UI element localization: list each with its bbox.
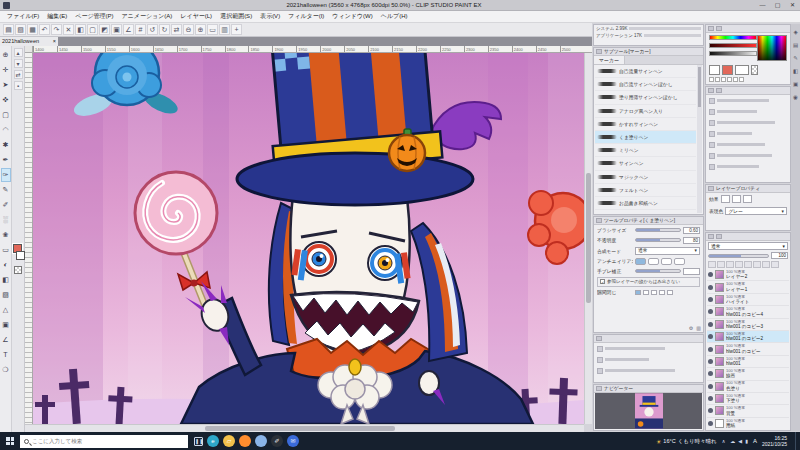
visibility-icon[interactable]	[708, 297, 713, 302]
palette-strip-icon[interactable]: ◉	[792, 93, 799, 102]
red-slider[interactable]	[709, 43, 757, 48]
panel-tab-icon[interactable]	[596, 386, 602, 391]
visibility-icon[interactable]	[708, 272, 713, 277]
panel-tab-icon[interactable]	[596, 336, 602, 341]
undo-icon[interactable]: ↶	[39, 24, 50, 35]
visibility-icon[interactable]	[708, 359, 713, 364]
panel-tab-icon[interactable]	[708, 88, 714, 93]
menu-item[interactable]: 選択範囲(S)	[216, 12, 256, 21]
navigator-preview[interactable]	[595, 393, 702, 429]
panel-tab-icon[interactable]	[596, 218, 602, 223]
tray-icon[interactable]: ▮	[745, 438, 748, 444]
layer-row[interactable]: 100 %通常線画	[707, 368, 789, 380]
menu-item[interactable]: ページ管理(P)	[71, 12, 117, 21]
snap-grid-icon[interactable]: #	[135, 24, 146, 35]
visibility-icon[interactable]	[708, 322, 713, 327]
snap-ruler-icon[interactable]: ∠	[123, 24, 134, 35]
visibility-icon[interactable]	[708, 309, 713, 314]
vertical-scrollbar[interactable]	[584, 53, 592, 424]
selection-border-icon[interactable]: ▣	[111, 24, 122, 35]
ime-indicator[interactable]: A	[753, 438, 757, 444]
panel-tab-icon[interactable]	[708, 26, 714, 31]
balloon-tool[interactable]: ❍	[1, 363, 11, 377]
visibility-icon[interactable]	[708, 285, 713, 290]
rotate-left-icon[interactable]: ↺	[147, 24, 158, 35]
panel-row[interactable]	[594, 365, 703, 376]
wand-tool[interactable]: ✱	[1, 138, 11, 152]
subtool-item[interactable]: フェルトペン	[595, 184, 696, 197]
color-chip[interactable]	[709, 65, 720, 75]
layer-row[interactable]: 100 %通常hlw001	[707, 356, 789, 368]
subtool-item[interactable]: 自己流量サインペン	[595, 65, 696, 78]
visibility-icon[interactable]	[708, 347, 713, 352]
layer-row[interactable]: 100 %通常ハイライト	[707, 294, 789, 306]
menu-item[interactable]: 表示(V)	[256, 12, 284, 21]
stabilize-slider[interactable]	[635, 269, 681, 273]
layer-color-button[interactable]	[743, 195, 752, 203]
canvas[interactable]	[33, 53, 584, 424]
palette-strip-icon[interactable]: ◧	[792, 67, 799, 76]
panel-row[interactable]	[594, 354, 703, 365]
horizontal-scrollbar-thumb[interactable]	[205, 426, 395, 431]
menu-item[interactable]: 編集(E)	[43, 12, 71, 21]
open-icon[interactable]: ▧	[15, 24, 26, 35]
expression-color-select[interactable]: グレー▾	[725, 207, 787, 215]
firefox-browser-icon[interactable]	[239, 435, 251, 447]
decoration-tool[interactable]: ❀	[1, 228, 11, 242]
save-icon[interactable]: ▦	[27, 24, 38, 35]
task-view-button[interactable]: ❚❚	[194, 437, 203, 446]
visibility-icon[interactable]	[708, 371, 713, 376]
start-button[interactable]	[0, 432, 20, 450]
tone-effect-button[interactable]	[732, 195, 741, 203]
gear-icon[interactable]: ⚙	[689, 325, 693, 331]
new-folder-button[interactable]	[717, 261, 725, 268]
subtool-item[interactable]: くま塗りペン	[595, 131, 696, 144]
opacity-slider[interactable]	[635, 238, 681, 242]
brush-tool[interactable]: ✐	[1, 198, 11, 212]
panel-row[interactable]	[706, 139, 790, 150]
layer-row[interactable]: 100 %通常下塗り	[707, 393, 789, 405]
layer-row[interactable]: 100 %通常背景	[707, 405, 789, 417]
eraser-tool[interactable]: ▭	[1, 243, 11, 257]
panel-tab-icon[interactable]	[716, 88, 722, 93]
layer-row[interactable]: 100 %通常hlw001 のコピー	[707, 343, 789, 355]
visibility-icon[interactable]	[708, 408, 713, 413]
panel-tab-icon[interactable]	[716, 234, 722, 239]
antialias-none-button[interactable]	[635, 258, 646, 265]
detail-icon[interactable]: ▥	[696, 325, 701, 331]
chrome-browser-icon[interactable]	[255, 435, 267, 447]
tray-icon[interactable]: ☁	[730, 438, 735, 444]
antialias-weak-button[interactable]	[648, 258, 659, 265]
fill-icon[interactable]: ◧	[75, 24, 86, 35]
figure-tool[interactable]: △	[1, 303, 11, 317]
layer-opacity-value[interactable]: 100	[771, 252, 788, 259]
panel-row[interactable]	[706, 150, 790, 161]
palette-strip-icon[interactable]: ◈	[792, 28, 799, 37]
down-icon[interactable]: ▾	[14, 59, 23, 68]
eyedropper-tool[interactable]: ✒	[1, 153, 11, 167]
clock[interactable]: 16:25 2021/10/25	[762, 435, 787, 448]
panel-row[interactable]	[706, 95, 790, 106]
layer-row[interactable]: 100 %通常hlw001 のコピー2	[707, 331, 789, 343]
text-tool[interactable]: T	[1, 348, 11, 362]
mask-button[interactable]	[753, 261, 761, 268]
rotate-right-icon[interactable]: ↻	[159, 24, 170, 35]
layer-opacity-slider[interactable]	[708, 254, 769, 258]
reference-layer-option[interactable]: ✓参照レイヤーの線からはみ出さない	[597, 277, 700, 287]
subtool-group-tab[interactable]: マーカー	[594, 56, 625, 64]
palette-strip-icon[interactable]: ▤	[792, 41, 799, 50]
vertical-scrollbar-thumb[interactable]	[586, 173, 591, 303]
zoom-out-icon[interactable]: ⊖	[183, 24, 194, 35]
horizontal-scrollbar[interactable]	[25, 424, 584, 432]
opacity-value[interactable]: 80	[683, 237, 700, 244]
value-slider[interactable]	[709, 51, 757, 56]
menu-item[interactable]: アニメーション(A)	[118, 12, 177, 21]
visibility-icon[interactable]	[708, 334, 713, 339]
menu-item[interactable]: レイヤー(L)	[176, 12, 216, 21]
antialias-mid-button[interactable]	[661, 258, 672, 265]
new-file-icon[interactable]: ▤	[3, 24, 14, 35]
panel-row[interactable]	[594, 343, 703, 354]
panel-row[interactable]	[706, 128, 790, 139]
menu-item[interactable]: ファイル(F)	[3, 12, 43, 21]
pencil-tool[interactable]: ✎	[1, 183, 11, 197]
